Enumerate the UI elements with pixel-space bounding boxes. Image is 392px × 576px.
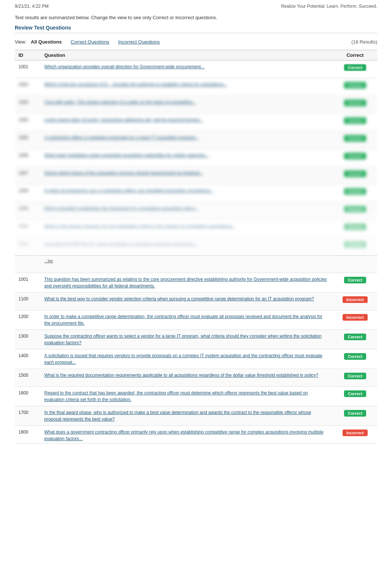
row-question[interactable]: Which organization provides overall dire… (44, 63, 333, 70)
table-row: 1003 Cont with seller. This means select… (15, 96, 377, 114)
table-row: 1002 Which of the key provisions of D...… (15, 78, 377, 96)
row-id: 1400 (15, 352, 44, 358)
correct-badge: Correct (344, 373, 366, 379)
correct-badge: Correct (344, 100, 366, 106)
view-label: View: (15, 39, 27, 45)
row-correct-value: Incorrect (333, 296, 377, 303)
header-question: Question (44, 52, 333, 58)
correct-badge: Correct (344, 277, 366, 283)
correct-badge: Correct (344, 188, 366, 195)
correct-badge: Correct (344, 224, 366, 230)
row-question: Which regulation establishes the framewo… (44, 205, 333, 212)
row-correct-value: Incorrect (333, 313, 377, 321)
table-row: 1100 What is the best way to consider ve… (15, 293, 377, 310)
row-question: ...ble (44, 258, 333, 264)
correct-badge: Correct (344, 390, 366, 397)
incorrect-badge: Incorrect (343, 296, 367, 303)
row-id: 1002 (15, 81, 44, 87)
view-correct-questions[interactable]: Correct Questions (71, 39, 109, 45)
correct-badge: Correct (344, 64, 366, 71)
view-incorrect-questions[interactable]: Incorrect Questions (118, 39, 160, 45)
row-question[interactable]: In the final award phase, who is authori… (44, 409, 333, 422)
table-row: 1005 A contracting officer is reviewing … (15, 131, 377, 149)
row-id: 1001 (15, 63, 44, 69)
table-row: 1800 What does a government contracting … (15, 426, 377, 444)
row-question[interactable]: Regard to the contract that has been awa… (44, 390, 333, 403)
row-correct-value (333, 258, 377, 259)
row-question: A contracting officer is reviewing propo… (44, 134, 333, 141)
row-correct-value: Correct (333, 134, 377, 142)
datetime: 9/21/21, 4:22 PM (15, 4, 48, 9)
row-question[interactable]: What is the required documentation requi… (44, 372, 333, 379)
row-id: 1100 (15, 296, 44, 301)
row-id: 1007 (15, 170, 44, 176)
row-id: 1600 (15, 390, 44, 396)
row-correct-value: Correct (333, 63, 377, 71)
row-id: 1500 (15, 372, 44, 378)
visible-rows: 1001 This question has been summarized a… (15, 273, 377, 444)
table-row: 1001 Which organization provides overall… (15, 61, 377, 78)
table-row: 1006 What major legislative action expan… (15, 149, 377, 167)
table-row: 1700 In the final award phase, who is au… (15, 406, 377, 426)
header-correct: Correct (333, 52, 377, 58)
row-correct-value: Correct (333, 352, 377, 360)
row-id: 1011 (15, 241, 44, 246)
row-id: 1700 (15, 409, 44, 415)
row-id: 1800 (15, 429, 44, 435)
table-row: 1001 This question has been summarized a… (15, 273, 377, 293)
row-question[interactable]: In order to make a competitive range det… (44, 313, 333, 327)
row-correct-value: Correct (333, 241, 377, 248)
row-id: 1001 (15, 276, 44, 282)
table-row: 1004 Lorem ipsum dolor sit amet, consect… (15, 114, 377, 131)
top-bar: 9/21/21, 4:22 PM Realize Your Potential:… (0, 0, 392, 11)
blurred-rows: 1002 Which of the key provisions of D...… (15, 78, 377, 255)
correct-badge: Correct (344, 334, 366, 340)
summary-text: Test results are summarized below. Chang… (15, 15, 377, 20)
table-row: 1007 During which phase of the acquisiti… (15, 167, 377, 184)
correct-badge: Correct (344, 206, 366, 213)
view-row: View: All Questions Correct Questions In… (15, 39, 377, 45)
incorrect-badge: Incorrect (343, 314, 367, 321)
table-row: 1008 In what circumstances can a contrac… (15, 184, 377, 202)
table-row: 1300 Suppose the contracting officer wan… (15, 330, 377, 349)
main-content: Test results are summarized below. Chang… (0, 11, 392, 458)
table-row: 1009 Which regulation establishes the fr… (15, 202, 377, 220)
row-correct-value: Correct (333, 223, 377, 230)
table-row: 1500 What is the required documentation … (15, 369, 377, 387)
row-question: What major legislative action expanded a… (44, 152, 333, 159)
row-question: Lorem ipsum dolor sit amet, consectetur … (44, 117, 333, 123)
row-question: What is the primary purpose of a pre-sol… (44, 223, 333, 230)
row-correct-value: Correct (333, 81, 377, 89)
table-row: 1010 What is the primary purpose of a pr… (15, 220, 377, 238)
row-question: In what circumstances can a contracting … (44, 187, 333, 194)
row-question[interactable]: Suppose the contracting officer wants to… (44, 333, 333, 346)
row-correct-value: Correct (333, 276, 377, 283)
results-count: (18 Results) (351, 39, 377, 45)
row-id: 1009 (15, 205, 44, 211)
blur-overlay (15, 61, 377, 255)
row-correct-value: Correct (333, 187, 377, 195)
incorrect-badge: Incorrect (343, 430, 367, 436)
correct-badge: Correct (344, 82, 366, 89)
row-id: 1008 (15, 187, 44, 193)
correct-badge: Correct (344, 170, 366, 177)
table-row: 1011 According to FAR Part 15, what cons… (15, 238, 377, 255)
row-correct-value: Correct (333, 333, 377, 340)
table-row: 1400 A solicitation is issued that requi… (15, 349, 377, 369)
row-question[interactable]: A solicitation is issued that requires v… (44, 352, 333, 366)
header-id: ID (15, 52, 44, 58)
section-title: Review Test Questions (15, 25, 377, 33)
row-question[interactable]: This question has been summarized as rel… (44, 276, 333, 289)
row-id: 1300 (15, 333, 44, 339)
table-row: ...ble (15, 255, 377, 273)
correct-badge: Correct (344, 117, 366, 124)
row-question[interactable]: What is the best way to consider vendor … (44, 296, 333, 302)
row-correct-value: Incorrect (333, 429, 377, 436)
row-correct-value: Correct (333, 170, 377, 177)
row-id: 1200 (15, 313, 44, 319)
row-question[interactable]: What does a government contracting offic… (44, 429, 333, 442)
table-row: 1200 In order to make a competitive rang… (15, 310, 377, 330)
correct-badge: Correct (344, 153, 366, 159)
row-question: During which phase of the acquisition pr… (44, 170, 333, 176)
view-all-questions[interactable]: All Questions (31, 39, 62, 45)
